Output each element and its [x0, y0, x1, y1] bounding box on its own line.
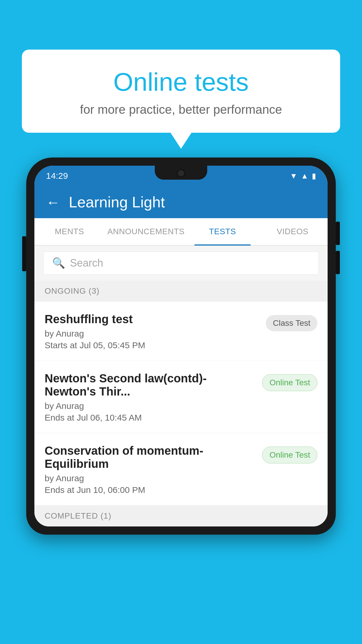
phone-screen: 14:29 ▼ ▲ ▮ ← Learning Light MENTS ANNOU…: [34, 166, 328, 526]
test-info-conservation: Conservation of momentum-Equilibrium by …: [45, 444, 262, 495]
speech-bubble: Online tests for more practice, better p…: [22, 50, 340, 133]
phone-notch: [155, 166, 207, 180]
search-container: 🔍 Search: [34, 246, 328, 281]
test-item-reshuffling[interactable]: Reshuffling test by Anurag Starts at Jul…: [34, 302, 328, 361]
ongoing-header-text: ONGOING (3): [45, 286, 99, 295]
phone-outer: 14:29 ▼ ▲ ▮ ← Learning Light MENTS ANNOU…: [26, 158, 336, 535]
badge-online-test-2: Online Test: [262, 447, 317, 463]
tab-announcements[interactable]: ANNOUNCEMENTS: [104, 218, 187, 245]
test-title-newton: Newton's Second law(contd)-Newton's Thir…: [45, 372, 256, 398]
search-placeholder: Search: [70, 257, 103, 269]
status-time: 14:29: [46, 171, 68, 181]
phone-mockup: 14:29 ▼ ▲ ▮ ← Learning Light MENTS ANNOU…: [26, 158, 336, 644]
status-icons: ▼ ▲ ▮: [290, 172, 316, 181]
ongoing-section-header: ONGOING (3): [34, 281, 328, 302]
completed-section-header: COMPLETED (1): [34, 505, 328, 526]
test-info-reshuffling: Reshuffling test by Anurag Starts at Jul…: [45, 313, 266, 350]
tab-ments[interactable]: MENTS: [34, 218, 104, 245]
test-date-newton: Ends at Jul 06, 10:45 AM: [45, 413, 256, 423]
app-bar: ← Learning Light: [34, 186, 328, 218]
test-title-conservation: Conservation of momentum-Equilibrium: [45, 444, 256, 470]
badge-class-test: Class Test: [266, 315, 317, 331]
tab-videos[interactable]: VIDEOS: [258, 218, 328, 245]
badge-online-test-1: Online Test: [262, 374, 317, 391]
test-title-reshuffling: Reshuffling test: [45, 313, 260, 326]
front-camera: [177, 169, 185, 177]
volume-down-button[interactable]: [336, 251, 340, 274]
test-date-conservation: Ends at Jun 10, 06:00 PM: [45, 485, 256, 495]
power-button[interactable]: [22, 236, 26, 271]
test-date-reshuffling: Starts at Jul 05, 05:45 PM: [45, 340, 260, 350]
tabs-bar: MENTS ANNOUNCEMENTS TESTS VIDEOS: [34, 218, 328, 246]
test-item-newton[interactable]: Newton's Second law(contd)-Newton's Thir…: [34, 361, 328, 433]
tab-tests[interactable]: TESTS: [187, 218, 257, 245]
back-button[interactable]: ←: [46, 194, 60, 210]
bubble-subtitle: for more practice, better performance: [39, 103, 323, 117]
app-title: Learning Light: [69, 193, 165, 211]
battery-icon: ▮: [312, 172, 316, 181]
wifi-icon: ▼: [290, 172, 298, 181]
search-icon: 🔍: [52, 257, 65, 269]
signal-icon: ▲: [301, 172, 308, 181]
search-bar[interactable]: 🔍 Search: [43, 251, 319, 275]
completed-header-text: COMPLETED (1): [45, 511, 111, 520]
volume-up-button[interactable]: [336, 222, 340, 245]
test-author-reshuffling: by Anurag: [45, 329, 260, 339]
test-author-conservation: by Anurag: [45, 473, 256, 483]
test-author-newton: by Anurag: [45, 401, 256, 411]
test-info-newton: Newton's Second law(contd)-Newton's Thir…: [45, 372, 262, 423]
test-item-conservation[interactable]: Conservation of momentum-Equilibrium by …: [34, 433, 328, 505]
bubble-title: Online tests: [39, 67, 323, 97]
